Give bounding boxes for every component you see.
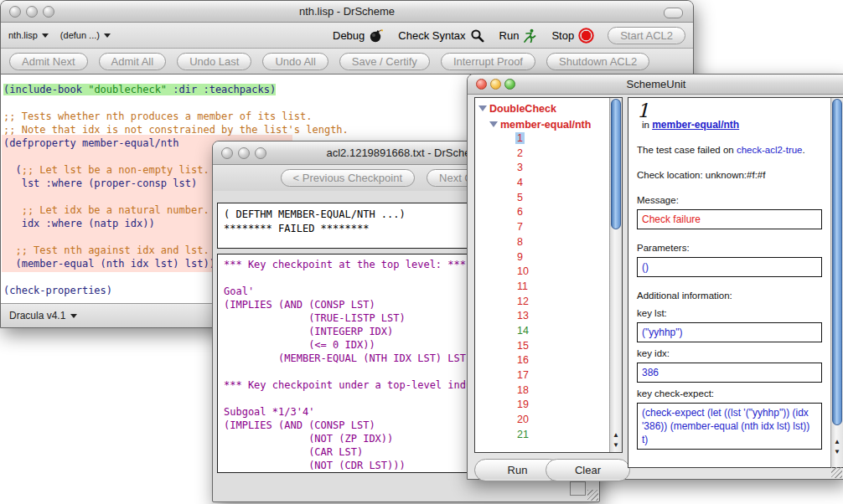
test-case-item[interactable]: 10 bbox=[478, 265, 609, 280]
stop-button[interactable]: Stop bbox=[551, 28, 594, 44]
acl2-undo-all-button[interactable]: Undo All bbox=[262, 53, 328, 70]
test-tree-panel: DoubleCheck member-equal/nth 12345678910… bbox=[474, 97, 623, 453]
parameters-label: Parameters: bbox=[637, 242, 822, 255]
test-case-item[interactable]: 17 bbox=[478, 369, 609, 384]
case-number: 1 bbox=[637, 105, 822, 117]
test-case-item[interactable]: 3 bbox=[478, 162, 609, 177]
tree-node-suite[interactable]: member-equal/nth bbox=[478, 116, 609, 132]
field-label: key check-expect: bbox=[637, 388, 822, 400]
stop-icon bbox=[578, 28, 594, 44]
test-case-item[interactable]: 1 bbox=[478, 132, 609, 147]
scroll-down-icon[interactable]: ▼ bbox=[613, 440, 619, 450]
field-value: 386 bbox=[637, 363, 822, 383]
scroll-up-icon[interactable]: ▲ bbox=[834, 437, 840, 447]
detail-scrollbar[interactable]: ▲ ▼ bbox=[830, 98, 843, 467]
test-case-item[interactable]: 13 bbox=[478, 310, 609, 325]
disclosure-triangle-icon[interactable] bbox=[489, 121, 498, 127]
scroll-up-icon[interactable]: ▲ bbox=[613, 430, 619, 440]
collapse-widget-icon[interactable] bbox=[664, 8, 683, 18]
test-case-item[interactable]: 9 bbox=[478, 251, 609, 266]
test-case-item[interactable]: 18 bbox=[478, 384, 609, 399]
disclosure-triangle-icon[interactable] bbox=[478, 105, 487, 111]
resize-grip-icon[interactable] bbox=[587, 490, 598, 501]
defun-dropdown[interactable]: (defun ...) bbox=[60, 30, 111, 40]
window-title: nth.lisp - DrScheme bbox=[1, 5, 693, 18]
test-detail-content: 1 in member-equal/nth The test case fail… bbox=[628, 98, 830, 467]
test-case-item[interactable]: 16 bbox=[478, 354, 609, 369]
check-syntax-button[interactable]: Check Syntax bbox=[398, 28, 484, 43]
test-case-item[interactable]: 4 bbox=[478, 177, 609, 192]
tree-node-doublecheck[interactable]: DoubleCheck bbox=[478, 100, 609, 116]
test-tree: DoubleCheck member-equal/nth 12345678910… bbox=[475, 98, 609, 452]
magnifier-icon bbox=[470, 28, 484, 43]
test-case-item[interactable]: 5 bbox=[478, 192, 609, 207]
test-detail-panel: 1 in member-equal/nth The test case fail… bbox=[628, 97, 843, 468]
clear-results-button[interactable]: Clear bbox=[546, 459, 630, 481]
test-case-item[interactable]: 6 bbox=[478, 206, 609, 221]
acl2-admit-next-button[interactable]: Admit Next bbox=[9, 53, 88, 70]
field-value: ("yyhhp") bbox=[637, 322, 822, 342]
memory-box-icon[interactable] bbox=[570, 481, 586, 496]
test-case-list: 123456789101112131415161718192021 bbox=[478, 132, 609, 443]
acl2-shutdown-acl2-button[interactable]: Shutdown ACL2 bbox=[546, 53, 649, 70]
dropdown-triangle-icon bbox=[42, 33, 49, 38]
scroll-down-icon[interactable]: ▼ bbox=[834, 447, 840, 457]
additional-fields: key lst:("yyhhp")key idx:386key check-ex… bbox=[637, 307, 822, 450]
acl2-admit-all-button[interactable]: Admit All bbox=[99, 53, 167, 70]
tree-scrollbar[interactable]: ▲ ▼ bbox=[609, 98, 622, 452]
dropdown-triangle-icon bbox=[70, 314, 77, 318]
test-case-item[interactable]: 21 bbox=[478, 429, 609, 444]
scrollbar-thumb[interactable] bbox=[832, 99, 842, 425]
main-toolbar: nth.lisp (defun ...) Debug Check Syntax bbox=[1, 23, 693, 49]
run-button[interactable]: Run bbox=[499, 28, 537, 43]
schemeunit-window: SchemeUnit DoubleCheck member-equal/nth … bbox=[467, 74, 843, 480]
case-suite-line: in member-equal/nth bbox=[642, 119, 822, 131]
acl2-save-certify-button[interactable]: Save / Certify bbox=[339, 53, 430, 70]
parameters-value: () bbox=[637, 257, 822, 277]
test-case-item[interactable]: 20 bbox=[478, 414, 609, 429]
debug-button[interactable]: Debug bbox=[333, 28, 383, 43]
acl2-interrupt-proof-button[interactable]: Interrupt Proof bbox=[441, 53, 535, 70]
check-location: Check location: unknown:#f:#f bbox=[637, 169, 822, 182]
acl2-command-toolbar: Admit NextAdmit AllUndo LastUndo AllSave… bbox=[1, 49, 693, 75]
field-value: (check-expect (let ((lst '("yyhhp")) (id… bbox=[637, 403, 822, 450]
runner-icon bbox=[523, 28, 536, 43]
test-case-item[interactable]: 12 bbox=[478, 296, 609, 311]
message-label: Message: bbox=[637, 194, 822, 207]
suite-link[interactable]: member-equal/nth bbox=[652, 119, 739, 131]
test-case-item[interactable]: 2 bbox=[478, 147, 609, 162]
bomb-icon bbox=[369, 28, 383, 43]
failure-description: The test case failed on check-acl2-true. bbox=[637, 144, 822, 157]
scrollbar-thumb[interactable] bbox=[611, 99, 621, 229]
test-case-item[interactable]: 7 bbox=[478, 221, 609, 236]
file-dropdown[interactable]: nth.lisp bbox=[8, 30, 49, 40]
language-label: Dracula v4.1 bbox=[9, 310, 65, 321]
test-case-item[interactable]: 19 bbox=[478, 399, 609, 414]
schemeunit-titlebar[interactable]: SchemeUnit bbox=[468, 75, 843, 95]
field-label: key lst: bbox=[637, 307, 822, 320]
main-titlebar[interactable]: nth.lisp - DrScheme bbox=[1, 1, 693, 23]
test-case-item[interactable]: 15 bbox=[478, 340, 609, 355]
resize-grip-icon[interactable] bbox=[831, 467, 842, 478]
message-value: Check failure bbox=[637, 209, 822, 229]
window-title: SchemeUnit bbox=[468, 78, 843, 90]
acl2-undo-last-button[interactable]: Undo Last bbox=[177, 53, 251, 70]
previous-checkpoint-button[interactable]: < Previous Checkpoint bbox=[281, 169, 415, 187]
start-acl2-button[interactable]: Start ACL2 bbox=[608, 27, 685, 44]
test-case-item[interactable]: 11 bbox=[478, 280, 609, 296]
dropdown-triangle-icon bbox=[104, 33, 111, 38]
check-acl2-true-ref: check-acl2-true bbox=[737, 145, 803, 155]
field-label: key idx: bbox=[637, 347, 822, 360]
test-case-item[interactable]: 8 bbox=[478, 236, 609, 251]
additional-info-label: Additional information: bbox=[637, 290, 822, 302]
test-case-item[interactable]: 14 bbox=[478, 325, 609, 340]
